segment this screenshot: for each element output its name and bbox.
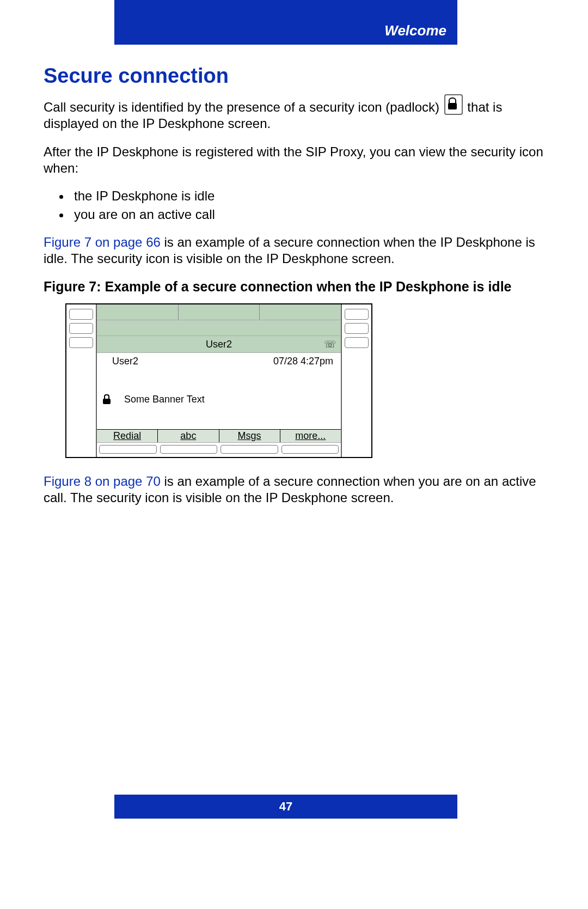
bullet-item: you are on an active call xyxy=(71,207,550,222)
softkey-msgs: Msgs xyxy=(219,430,280,442)
figure-8-link[interactable]: Figure 8 on page 70 xyxy=(44,474,161,489)
info-row: User2 07/28 4:27pm xyxy=(97,353,341,369)
softkey-row: Redial abc Msgs more... xyxy=(97,429,341,442)
bullet-list: the IP Deskphone is idle you are on an a… xyxy=(44,188,550,222)
bullet-item: the IP Deskphone is idle xyxy=(71,188,550,204)
paragraph-4: Figure 8 on page 70 is an example of a s… xyxy=(44,473,550,506)
side-button xyxy=(345,337,369,348)
para1-text-a: Call security is identified by the prese… xyxy=(44,100,443,114)
paragraph-2: After the IP Deskphone is registered wit… xyxy=(44,144,550,176)
banner-row: Some Banner Text xyxy=(97,369,341,429)
padlock-icon xyxy=(444,94,463,115)
hardkey-row xyxy=(97,442,341,457)
page-number: 47 xyxy=(279,800,292,814)
side-button xyxy=(69,323,93,334)
top-bar-row xyxy=(97,304,341,320)
right-side-buttons xyxy=(342,304,371,457)
hardkey xyxy=(220,445,278,454)
softkey-redial: Redial xyxy=(97,430,158,442)
header-section-label: Welcome xyxy=(384,22,446,39)
header-band: Welcome xyxy=(114,0,457,45)
side-button xyxy=(69,337,93,348)
title-user-label: User2 xyxy=(206,339,232,350)
left-side-buttons xyxy=(66,304,96,457)
side-button xyxy=(345,323,369,334)
top-bar-cell xyxy=(179,304,260,320)
top-bar-cell xyxy=(260,304,341,320)
title-row: User2 ☏ xyxy=(97,336,341,353)
deskphone-mock: User2 ☏ User2 07/28 4:27pm Some Banner T… xyxy=(65,303,372,458)
info-user-label: User2 xyxy=(112,356,138,367)
softkey-abc: abc xyxy=(158,430,219,442)
hardkey xyxy=(281,445,339,454)
softkey-more: more... xyxy=(280,430,341,442)
figure-7-link[interactable]: Figure 7 on page 66 xyxy=(44,235,161,249)
side-button xyxy=(345,309,369,320)
info-time-label: 07/28 4:27pm xyxy=(273,356,333,367)
figure-7-caption: Figure 7: Example of a secure connection… xyxy=(44,279,550,295)
handset-icon: ☏ xyxy=(324,338,336,350)
top-bar-cell xyxy=(97,304,179,320)
hardkey xyxy=(99,445,157,454)
paragraph-1: Call security is identified by the prese… xyxy=(44,94,550,132)
banner-text: Some Banner Text xyxy=(124,394,205,405)
side-button xyxy=(69,309,93,320)
paragraph-3: Figure 7 on page 66 is an example of a s… xyxy=(44,234,550,267)
figure-7: User2 ☏ User2 07/28 4:27pm Some Banner T… xyxy=(65,303,550,458)
lock-icon xyxy=(102,394,111,404)
footer-band: 47 xyxy=(114,795,457,819)
secondary-bar xyxy=(97,320,341,336)
page-content: Secure connection Call security is ident… xyxy=(0,45,588,506)
phone-screen: User2 ☏ User2 07/28 4:27pm Some Banner T… xyxy=(96,304,342,457)
hardkey xyxy=(160,445,218,454)
page-title: Secure connection xyxy=(44,64,550,88)
